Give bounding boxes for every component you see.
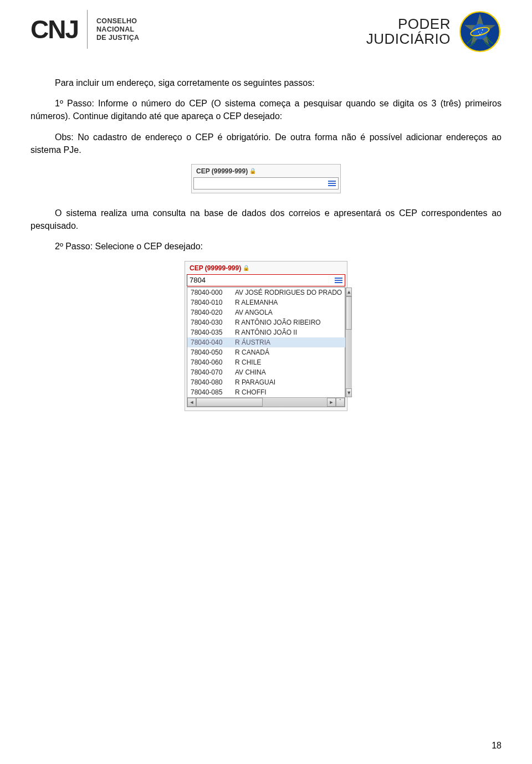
cep-option-code: 78040-040 [191, 339, 231, 346]
vertical-scrollbar[interactable]: ▲ ▼ [345, 288, 352, 397]
cnj-sub-line1: CONSELHO [96, 17, 139, 25]
cep-option[interactable]: 78040-080R PARAGUAI [187, 377, 345, 387]
svg-point-9 [481, 33, 482, 34]
scroll-left-button[interactable]: ◄ [187, 398, 196, 407]
cep-option[interactable]: 78040-010R ALEMANHA [187, 298, 345, 307]
cnj-sub-line2: NACIONAL [96, 25, 139, 34]
passo2-paragraph: 2º Passo: Selecione o CEP desejado: [30, 240, 502, 253]
cep-option-address: AV JOSÉ RODRIGUES DO PRADO [235, 289, 342, 296]
cep-option-code: 78040-035 [191, 329, 231, 336]
cep-input-2[interactable]: 7804 [187, 274, 345, 286]
cnj-logo: CNJ CONSELHO NACIONAL DE JUSTIÇA [30, 10, 139, 49]
cep-option[interactable]: 78040-000AV JOSÉ RODRIGUES DO PRADO [187, 288, 345, 298]
page-number: 18 [492, 741, 502, 751]
scroll-thumb-vertical[interactable] [346, 296, 352, 330]
passo1-paragraph: 1º Passo: Informe o número do CEP (O sis… [30, 97, 502, 122]
cep-option[interactable]: 78040-035R ANTÔNIO JOÃO II [187, 327, 345, 337]
cep-option-code: 78040-060 [191, 358, 231, 366]
cep-option[interactable]: 78040-050R CANADÁ [187, 347, 345, 357]
cep-option-address: AV ANGOLA [235, 309, 273, 316]
cep-input-widget-empty: CEP (99999-999) 🔒 [191, 164, 341, 193]
cep-option-address: R PARAGUAI [235, 378, 275, 386]
chevron-up-icon[interactable]: ˆ [336, 398, 345, 407]
cep-option-address: AV CHINA [235, 368, 266, 376]
svg-point-5 [477, 28, 478, 29]
cep-option[interactable]: 78040-070AV CHINA [187, 367, 345, 377]
scroll-down-button[interactable]: ▼ [346, 388, 352, 397]
svg-point-6 [482, 29, 483, 30]
cep-option[interactable]: 78040-030R ANTÔNIO JOÃO RIBEIRO [187, 317, 345, 327]
poder-line1: PODER [366, 17, 451, 32]
cep-option-address: R CHOFFI [235, 388, 267, 396]
cep-field-label: CEP (99999-999) 🔒 [193, 166, 339, 177]
scroll-up-button[interactable]: ▲ [346, 288, 352, 296]
cep-option-code: 78040-000 [191, 289, 231, 296]
page-header: CNJ CONSELHO NACIONAL DE JUSTIÇA PODER J… [30, 10, 502, 53]
middle-paragraph: O sistema realiza uma consulta na base d… [30, 207, 502, 232]
cep-option-address: R CANADÁ [235, 348, 269, 356]
cep-input[interactable] [193, 177, 339, 189]
cep-option[interactable]: 78040-060R CHILE [187, 357, 345, 367]
lock-icon: 🔒 [243, 265, 249, 271]
divider-icon [87, 10, 88, 49]
cep-option-code: 78040-010 [191, 299, 231, 306]
cep-input-widget-dropdown: CEP (99999-999) 🔒 7804 78040-000AV JOSÉ … [185, 261, 347, 411]
cep-label-text-2: CEP (99999-999) [190, 264, 241, 272]
cep-label-text: CEP (99999-999) [196, 167, 248, 175]
cep-option-address: R ÁUSTRIA [235, 339, 270, 346]
header-left-block: CNJ CONSELHO NACIONAL DE JUSTIÇA [30, 10, 139, 49]
cep-field-label-2: CEP (99999-999) 🔒 [187, 263, 345, 274]
cep-option-address: R CHILE [235, 358, 261, 366]
cep-option-address: R ANTÔNIO JOÃO II [235, 329, 297, 336]
cep-dropdown: 78040-000AV JOSÉ RODRIGUES DO PRADO78040… [187, 287, 345, 407]
scroll-right-button[interactable]: ► [327, 398, 336, 407]
cep-option-address: R ANTÔNIO JOÃO RIBEIRO [235, 319, 321, 326]
svg-point-8 [478, 32, 479, 33]
cep-option-code: 78040-080 [191, 378, 231, 386]
cep-option-code: 78040-030 [191, 319, 231, 326]
cep-option[interactable]: 78040-020AV ANGOLA [187, 307, 345, 317]
horizontal-scrollbar[interactable]: ◄ ► ˆ [187, 397, 345, 407]
cep-input-value-2: 7804 [190, 276, 335, 284]
cnj-sub-line3: DE JUSTIÇA [96, 34, 139, 42]
cep-option-code: 78040-085 [191, 388, 231, 396]
intro-paragraph: Para incluir um endereço, siga corretame… [30, 76, 502, 89]
menu-icon[interactable] [335, 278, 342, 283]
svg-point-7 [479, 34, 480, 35]
cep-option-address: R ALEMANHA [235, 299, 278, 306]
cep-option[interactable]: 78040-085R CHOFFI [187, 387, 345, 397]
poder-line2: JUDICIÁRIO [366, 32, 451, 47]
header-right-block: PODER JUDICIÁRIO [366, 10, 502, 53]
cnj-subtitle: CONSELHO NACIONAL DE JUSTIÇA [96, 17, 139, 42]
lock-icon: 🔒 [249, 168, 256, 174]
menu-icon[interactable] [328, 181, 336, 186]
poder-judiciario-title: PODER JUDICIÁRIO [366, 17, 451, 47]
cnj-logo-text: CNJ [30, 14, 78, 44]
cep-option-code: 78040-020 [191, 309, 231, 316]
cep-option[interactable]: 78040-040R ÁUSTRIA [187, 337, 345, 347]
scroll-track-vertical[interactable] [346, 296, 352, 388]
scroll-track-horizontal[interactable] [196, 398, 327, 407]
cep-option-code: 78040-050 [191, 348, 231, 356]
brazil-seal-icon [458, 10, 502, 53]
cep-dropdown-list: 78040-000AV JOSÉ RODRIGUES DO PRADO78040… [187, 288, 345, 397]
svg-point-3 [472, 24, 488, 39]
obs-paragraph: Obs: No cadastro de endereço o CEP é obr… [30, 131, 502, 156]
cep-option-code: 78040-070 [191, 368, 231, 376]
scroll-thumb-horizontal[interactable] [196, 398, 263, 407]
